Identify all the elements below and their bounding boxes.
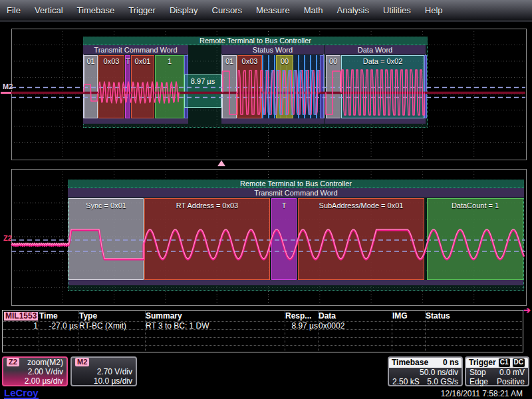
upper-decode-segment — [320, 55, 324, 118]
menu-file[interactable]: File — [7, 5, 21, 15]
upper-segment-label: 0x03 — [238, 57, 261, 65]
menu-divider — [0, 20, 532, 22]
z2-tdiv: 2.00 µs/div — [25, 376, 63, 386]
menu-utilities[interactable]: Utilities — [383, 5, 411, 15]
upper-segment-label: 00 — [327, 57, 340, 65]
menu-cursors[interactable]: Cursors — [212, 5, 243, 15]
upper-segment-label: 00 — [277, 57, 293, 65]
lower-decode-segment: T — [271, 198, 297, 280]
lower-decode-segment: RT Address = 0x03 — [144, 198, 270, 280]
upper-decode-segment: T — [125, 55, 130, 118]
timebase-samples: 2.50 kS — [392, 377, 420, 386]
lower-decode-segment: DataCount = 1 — [427, 198, 523, 280]
upper-word-footer — [325, 118, 426, 124]
upper-word-footer — [221, 118, 324, 124]
menu-timebase[interactable]: Timebase — [77, 5, 115, 15]
upper-channel-label[interactable]: M2 — [3, 82, 13, 90]
trigger-panel[interactable]: Trigger C1DC Stop 0.0 mV Edge Positive — [465, 356, 529, 386]
decoder-badge-label: MIL1553 — [4, 312, 38, 321]
upper-segment-label: 01 — [84, 57, 97, 65]
upper-decode-segment: 0x01 — [131, 55, 154, 118]
timebase-title: Timebase — [392, 358, 428, 368]
z2-title: zoom(M2) — [27, 358, 63, 367]
trigger-slope-label: Edge — [469, 377, 488, 386]
table-header-type: Type — [79, 312, 144, 321]
decode-table: MIL1553TimeTypeSummaryResp...DataIMGStat… — [2, 310, 523, 352]
upper-segment-label: 0x03 — [99, 57, 124, 65]
table-header-summary: Summary — [146, 312, 284, 321]
upper-segment-label: 0x01 — [132, 57, 154, 65]
table-header-img: IMG — [392, 312, 424, 321]
upper-segment-label: 1 — [156, 57, 184, 65]
decoder-badge[interactable]: MIL1553 — [4, 312, 38, 321]
m2-descriptor-panel[interactable]: M2 2.70 V/div 10.0 µs/div — [70, 356, 137, 386]
upper-segment-label: Data = 0x02 — [342, 57, 424, 65]
upper-message-title: Remote Terminal to Bus Controller — [83, 37, 428, 45]
trigger-slope: Positive — [497, 377, 525, 386]
menu-measure[interactable]: Measure — [256, 5, 290, 15]
upper-decode-segment: 00 — [326, 55, 340, 118]
m2-vdiv: 2.70 V/div — [97, 367, 132, 376]
timebase-offset: 0 ns — [443, 358, 459, 368]
trigger-badge-dc: DC — [512, 358, 525, 368]
trigger-level: 0.0 mV — [499, 368, 525, 377]
upper-decode-segment: 0x03 — [98, 55, 124, 118]
upper-segment-label: 01 — [223, 57, 236, 65]
upper-word-footer — [83, 118, 188, 124]
menu-trigger[interactable]: Trigger — [128, 5, 156, 15]
m2-tdiv: 10.0 µs/div — [94, 376, 132, 386]
upper-decode-segment: 0x03 — [237, 55, 262, 118]
menu-vertical[interactable]: Vertical — [35, 5, 63, 15]
table-scroll-arrow[interactable]: ➔ — [523, 305, 531, 315]
table-row-separator — [3, 345, 522, 346]
response-time-label: 8.97 µs — [184, 74, 221, 108]
z2-descriptor-panel[interactable]: Z2 zoom(M2) 2.00 V/div 2.00 µs/div — [2, 356, 68, 386]
z2-vdiv: 2.00 V/div — [28, 367, 63, 376]
upper-word-title: Status Word — [221, 45, 324, 55]
trigger-badge-c1: C1 — [498, 358, 511, 368]
trigger-title: Trigger — [469, 358, 496, 368]
trigger-position-marker[interactable] — [217, 160, 225, 166]
lower-segment-label: RT Address = 0x03 — [145, 201, 269, 209]
lecroy-logo: LeCroy — [4, 388, 39, 399]
upper-decode-segment — [424, 55, 427, 118]
table-header-time: Time — [39, 312, 78, 321]
timebase-tdiv: 50.0 ns/div — [420, 368, 458, 377]
lower-message-title: Remote Terminal to Bus Controller — [68, 180, 524, 188]
upper-decode-segment: 1 — [155, 55, 184, 118]
lower-segment-label: Sync = 0x01 — [69, 201, 143, 209]
menu-help[interactable]: Help — [425, 5, 443, 15]
upper-word-title: Data Word — [325, 45, 426, 55]
lower-segment-label: T — [272, 201, 296, 209]
table-header-data: Data — [319, 312, 391, 321]
menu-bar: FileVerticalTimebaseTriggerDisplayCursor… — [0, 0, 532, 20]
lower-decode-segment: Sync = 0x01 — [68, 198, 144, 280]
trigger-mode: Stop — [469, 368, 486, 377]
upper-decode-segment: Data = 0x02 — [341, 55, 424, 118]
lower-segment-label: SubAddress/Mode = 0x01 — [299, 201, 424, 209]
table-row-separator — [3, 329, 522, 330]
menu-analysis[interactable]: Analysis — [337, 5, 369, 15]
lower-channel-label[interactable]: Z2 — [3, 234, 12, 242]
menu-math[interactable]: Math — [304, 5, 323, 15]
lower-word-title: Transmit Command Word — [68, 188, 524, 198]
lower-segment-label: DataCount = 1 — [428, 201, 523, 209]
timebase-rate: 5.0 GS/s — [427, 377, 458, 386]
table-header-resp: Resp... — [285, 312, 318, 321]
table-header-status: Status — [426, 312, 523, 321]
menu-display[interactable]: Display — [170, 5, 198, 15]
upper-decode-segment: 00 — [276, 55, 293, 118]
timebase-panel[interactable]: Timebase 0 ns 50.0 ns/div 2.50 kS 5.0 GS… — [388, 356, 463, 386]
z2-badge: Z2 — [7, 358, 19, 366]
lower-decode-segment: SubAddress/Mode = 0x01 — [298, 198, 424, 280]
upper-segment-label: T — [126, 57, 130, 65]
m2-badge: M2 — [75, 358, 89, 366]
upper-decode-segment: 01 — [84, 55, 98, 118]
lower-word-footer — [68, 280, 523, 285]
datetime-stamp: 12/16/2011 7:58:21 AM — [441, 389, 523, 398]
upper-decode-segment: 01 — [222, 55, 237, 118]
table-row-separator — [3, 337, 522, 338]
upper-word-title: Transmit Command Word — [83, 45, 188, 55]
